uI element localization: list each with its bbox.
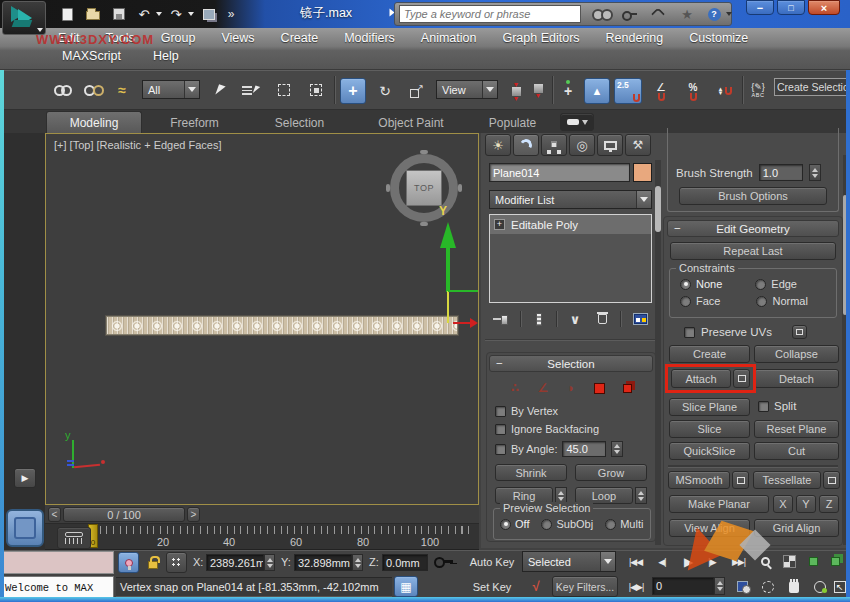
tessellate-button[interactable]: Tessellate: [753, 471, 821, 489]
ribbon-tab-selection[interactable]: Selection: [247, 113, 352, 133]
previous-frame-button[interactable]: [652, 551, 672, 572]
gizmo-x-shaft[interactable]: [453, 322, 470, 324]
menu-modifiers[interactable]: Modifiers: [344, 31, 395, 45]
maxscript-mini-listener[interactable]: [2, 551, 114, 574]
selection-rollout-header[interactable]: − Selection: [489, 355, 653, 372]
grid-snap-indicator-button[interactable]: [394, 576, 418, 597]
key-mode-toggle[interactable]: [623, 576, 649, 597]
reference-coordsys-dropdown[interactable]: View: [436, 80, 498, 99]
toolbar-overflow-button[interactable]: [224, 4, 238, 24]
shrink-button[interactable]: Shrink: [495, 464, 567, 481]
create-selection-set-field[interactable]: Create Selection: [774, 78, 848, 96]
subobject-edge-button[interactable]: [532, 379, 554, 397]
maximize-viewport-toggle[interactable]: [832, 576, 847, 597]
communication-center-button[interactable]: [646, 5, 670, 23]
pin-stack-button[interactable]: [489, 310, 512, 329]
subobject-vertex-button[interactable]: [504, 379, 526, 397]
track-bar[interactable]: 20 40 60 80 100 0: [45, 524, 479, 550]
maximize-button[interactable]: □: [777, 0, 805, 15]
show-end-result-button[interactable]: [529, 310, 548, 329]
ribbon-tab-populate[interactable]: Populate: [470, 113, 555, 133]
rectangular-selection-region-button[interactable]: [272, 78, 296, 102]
expand-plus-icon[interactable]: +: [494, 219, 505, 230]
select-and-scale-button[interactable]: [404, 78, 430, 104]
stack-item-editable-poly[interactable]: + Editable Poly: [490, 215, 651, 234]
make-unique-button[interactable]: [565, 310, 584, 329]
search-input[interactable]: [399, 5, 581, 23]
menu-views[interactable]: Views: [221, 31, 254, 45]
collapse-button[interactable]: Collapse: [754, 345, 839, 363]
manage-workspace-button[interactable]: [198, 4, 220, 24]
repeat-last-button[interactable]: Repeat Last: [670, 242, 836, 260]
brush-strength-field[interactable]: 1.0: [759, 164, 803, 181]
tab-create[interactable]: [485, 134, 511, 156]
slice-button[interactable]: Slice: [669, 420, 750, 438]
y-coord-spinner[interactable]: [352, 554, 363, 571]
close-button[interactable]: ×: [808, 0, 840, 15]
viewport-config-button[interactable]: [731, 576, 753, 597]
remove-modifier-button[interactable]: [593, 310, 612, 329]
scrollbar-thumb[interactable]: [655, 186, 661, 232]
command-panel-scrollbar[interactable]: [655, 160, 661, 545]
favorites-button[interactable]: [675, 5, 699, 23]
preserve-uvs-checkbox[interactable]: [684, 327, 695, 338]
search-button[interactable]: [588, 5, 612, 23]
select-and-link-button[interactable]: [50, 78, 74, 102]
by-vertex-checkbox[interactable]: [495, 406, 506, 417]
snaps-toggle-button[interactable]: 2.5: [614, 78, 642, 104]
modifier-stack[interactable]: + Editable Poly: [489, 214, 652, 303]
preview-multi-radio[interactable]: [605, 519, 616, 530]
viewport-label[interactable]: [+] [Top] [Realistic + Edged Faces]: [54, 139, 222, 151]
tab-modify[interactable]: [513, 134, 539, 156]
select-and-move-button[interactable]: [340, 78, 366, 104]
angle-spinner[interactable]: [611, 441, 623, 457]
by-angle-checkbox[interactable]: [495, 444, 506, 455]
go-to-end-button[interactable]: [726, 551, 751, 572]
isolate-selection-toggle[interactable]: [118, 552, 139, 573]
x-coord-field[interactable]: 2389.261mm: [206, 554, 264, 571]
dropdown-arrow-icon[interactable]: [600, 552, 615, 571]
help-button[interactable]: ?: [703, 5, 725, 23]
key-filters-button[interactable]: Key Filters...: [552, 576, 618, 597]
menu-group[interactable]: Group: [161, 31, 196, 45]
angle-snap-button[interactable]: [648, 78, 674, 104]
menu-create[interactable]: Create: [281, 31, 319, 45]
keyboard-shortcut-override-button[interactable]: [584, 78, 610, 104]
brush-strength-spinner[interactable]: [809, 164, 821, 181]
constraint-normal-radio[interactable]: [756, 296, 767, 307]
split-checkbox[interactable]: [758, 401, 769, 412]
dropdown-arrow-icon[interactable]: [184, 81, 199, 98]
select-and-manipulate-button[interactable]: +: [556, 78, 580, 104]
unlink-selection-button[interactable]: [80, 78, 104, 102]
preview-subobj-radio[interactable]: [541, 519, 552, 530]
maxscript-listener-input[interactable]: Welcome to MAX: [2, 576, 114, 599]
edit-geometry-header[interactable]: − Edit Geometry: [667, 220, 839, 237]
gizmo-y-arrowhead[interactable]: [440, 222, 456, 248]
loop-spinner[interactable]: [635, 487, 647, 504]
slice-plane-button[interactable]: Slice Plane: [669, 398, 750, 416]
percent-snap-button[interactable]: [680, 78, 706, 104]
gizmo-plane-handle-horizontal[interactable]: [448, 290, 478, 292]
redo-button[interactable]: [166, 4, 186, 24]
bind-to-spacewarp-button[interactable]: [110, 78, 134, 102]
absolute-mode-transform-button[interactable]: [166, 552, 187, 573]
login-button[interactable]: [617, 5, 641, 23]
pan-region-button[interactable]: [757, 576, 779, 597]
select-object-button[interactable]: [208, 78, 232, 102]
dropdown-arrow-icon[interactable]: [482, 81, 497, 98]
menu-maxscript[interactable]: MAXScript: [62, 49, 121, 63]
viewcube-face-top[interactable]: TOP: [406, 170, 442, 206]
ribbon-tab-freeform[interactable]: Freeform: [142, 113, 247, 133]
open-file-button[interactable]: [82, 4, 104, 24]
dropdown-arrow-icon[interactable]: [636, 191, 651, 208]
brush-options-button[interactable]: Brush Options: [679, 187, 827, 205]
pan-view-button[interactable]: [783, 576, 805, 597]
scene-object-plane014[interactable]: [106, 316, 458, 335]
menu-animation[interactable]: Animation: [421, 31, 477, 45]
modifier-list-dropdown[interactable]: Modifier List: [489, 190, 652, 209]
view-align-button[interactable]: View Align: [669, 519, 750, 537]
gizmo-plane-handle-vertical[interactable]: [447, 291, 449, 323]
orbit-button[interactable]: [809, 576, 831, 597]
selection-filter-dropdown[interactable]: All: [142, 80, 200, 99]
help-dropdown-arrow[interactable]: [726, 12, 732, 16]
